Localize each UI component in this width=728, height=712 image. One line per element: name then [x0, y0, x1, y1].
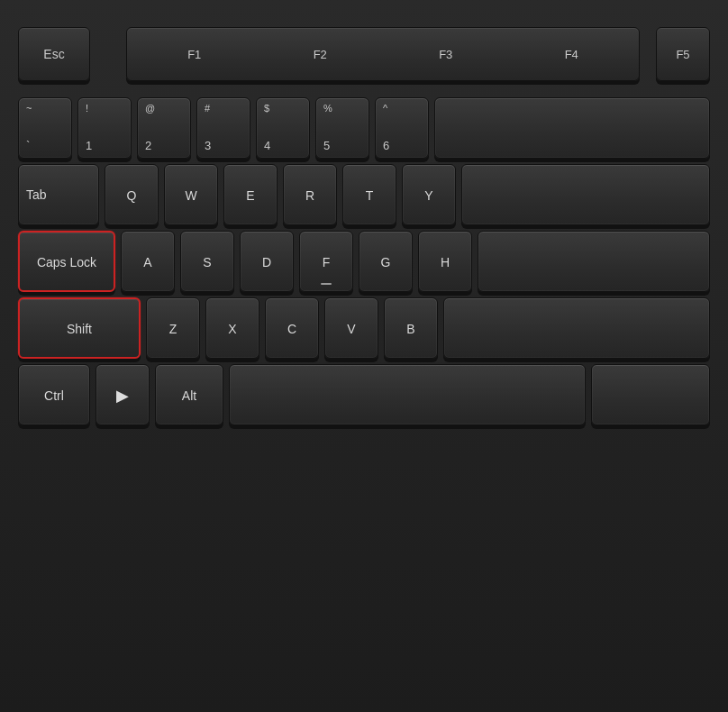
key-b[interactable]: B — [384, 297, 438, 359]
key-4-label: 4 — [264, 140, 270, 151]
key-a[interactable]: A — [121, 231, 175, 292]
q-label: Q — [113, 170, 150, 220]
key-3[interactable]: # 3 — [196, 97, 250, 159]
b-label: B — [392, 304, 430, 353]
key-r[interactable]: R — [283, 164, 337, 225]
x-label: X — [214, 304, 251, 353]
v-label: V — [332, 304, 370, 353]
ctrl-label: Ctrl — [44, 388, 64, 403]
key-excl: ! — [86, 104, 88, 114]
key-alt[interactable]: Alt — [155, 364, 223, 425]
key-x[interactable]: X — [205, 297, 259, 359]
fn-row: Esc F1 F2 F3 F4 F5 — [18, 27, 710, 81]
alt-label: Alt — [182, 388, 196, 403]
key-f5[interactable]: F5 — [666, 48, 700, 61]
key-e[interactable]: E — [223, 164, 278, 225]
key-4[interactable]: $ 4 — [256, 97, 310, 159]
key-dollar: $ — [264, 104, 269, 114]
key-c[interactable]: C — [265, 297, 319, 359]
key-at: @ — [145, 104, 155, 114]
key-2[interactable]: @ 2 — [137, 97, 191, 159]
key-ctrl[interactable]: Ctrl — [18, 364, 90, 425]
h-label: H — [426, 237, 464, 287]
key-6-label: 6 — [383, 140, 389, 151]
key-t[interactable]: T — [342, 164, 396, 225]
keyboard: Esc F1 F2 F3 F4 F5 ~ ` ! 1 @ 2 # — [0, 0, 728, 712]
g-label: G — [367, 237, 405, 287]
key-win[interactable]: ▶ — [96, 364, 150, 425]
key-d[interactable]: D — [240, 231, 294, 292]
shift-label: Shift — [67, 322, 92, 336]
key-shift[interactable]: Shift — [18, 297, 141, 359]
key-s[interactable]: S — [180, 231, 234, 292]
win-icon: ▶ — [116, 386, 129, 406]
key-1-label: 1 — [86, 140, 92, 151]
key-f3[interactable]: F3 — [428, 48, 464, 61]
qwerty-row: Tab Q W E R T Y — [18, 164, 710, 225]
tab-label: Tab — [26, 187, 47, 202]
fn-group-1: F1 F2 F3 F4 — [126, 27, 640, 81]
key-remaining-bottom — [591, 364, 710, 425]
key-g[interactable]: G — [359, 231, 413, 292]
zxcv-row: Shift Z X C V B — [18, 297, 710, 359]
bottom-row: Ctrl ▶ Alt — [18, 364, 710, 425]
key-5[interactable]: % 5 — [315, 97, 369, 159]
key-remaining-asdf — [478, 231, 710, 292]
number-row: ~ ` ! 1 @ 2 # 3 $ 4 % 5 ^ 6 — [18, 97, 710, 159]
key-caps-lock[interactable]: Caps Lock — [18, 231, 115, 292]
key-f[interactable]: F — [299, 231, 353, 292]
key-f2[interactable]: F2 — [302, 48, 338, 61]
a-label: A — [129, 237, 167, 287]
key-5-label: 5 — [323, 140, 330, 151]
key-esc[interactable]: Esc — [18, 27, 90, 81]
c-label: C — [273, 304, 311, 353]
key-hash: # — [205, 104, 210, 114]
key-remaining-qwerty — [461, 164, 710, 225]
e-label: E — [232, 170, 269, 220]
t-label: T — [350, 170, 388, 220]
key-tilde: ~ — [26, 104, 32, 114]
key-tab[interactable]: Tab — [18, 164, 99, 225]
key-remaining-num — [434, 97, 710, 159]
key-6[interactable]: ^ 6 — [375, 97, 429, 159]
r-label: R — [291, 170, 329, 220]
key-f1[interactable]: F1 — [177, 48, 213, 61]
w-label: W — [172, 170, 210, 220]
z-label: Z — [154, 304, 192, 353]
caps-lock-label: Caps Lock — [37, 255, 96, 269]
key-caret: ^ — [383, 104, 387, 114]
key-z[interactable]: Z — [146, 297, 200, 359]
f-label: F — [307, 237, 345, 287]
key-v[interactable]: V — [324, 297, 378, 359]
esc-label: Esc — [43, 47, 64, 61]
key-backtick-label: ` — [26, 140, 30, 151]
s-label: S — [188, 237, 226, 287]
key-q[interactable]: Q — [105, 164, 159, 225]
key-remaining-zxcv — [443, 297, 710, 359]
key-backtick[interactable]: ~ ` — [18, 97, 72, 159]
d-label: D — [248, 237, 286, 287]
key-1[interactable]: ! 1 — [77, 97, 132, 159]
fn-group-2: F5 — [656, 27, 710, 81]
y-label: Y — [410, 170, 448, 220]
asdf-row: Caps Lock A S D F G H — [18, 231, 710, 292]
key-y[interactable]: Y — [402, 164, 456, 225]
key-percent: % — [323, 104, 332, 114]
key-3-label: 3 — [205, 140, 211, 151]
key-w[interactable]: W — [164, 164, 218, 225]
key-space[interactable] — [229, 364, 586, 425]
key-h[interactable]: H — [418, 231, 472, 292]
key-2-label: 2 — [145, 140, 151, 151]
key-f4[interactable]: F4 — [553, 48, 589, 61]
